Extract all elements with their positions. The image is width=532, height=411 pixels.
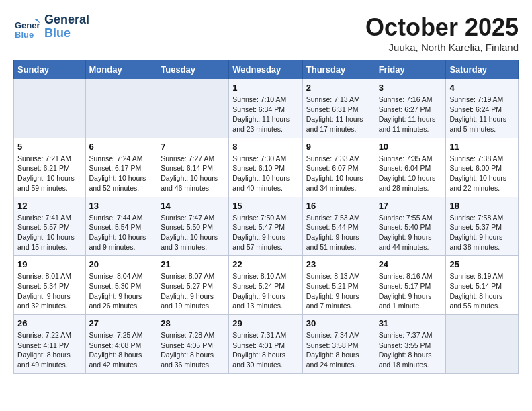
day-info: Sunrise: 7:41 AM Sunset: 5:57 PM Dayligh…: [17, 213, 82, 253]
day-info: Sunrise: 7:25 AM Sunset: 4:08 PM Dayligh…: [89, 330, 154, 370]
day-info: Sunrise: 7:27 AM Sunset: 6:14 PM Dayligh…: [161, 154, 225, 193]
day-number: 20: [89, 259, 154, 269]
day-number: 31: [379, 318, 443, 328]
day-number: 26: [17, 318, 82, 328]
day-number: 13: [89, 201, 154, 211]
calendar-cell: 5Sunrise: 7:21 AM Sunset: 6:21 PM Daylig…: [14, 138, 86, 197]
day-number: 4: [449, 83, 515, 93]
svg-text:General: General: [15, 20, 40, 30]
calendar-cell: 6Sunrise: 7:24 AM Sunset: 6:17 PM Daylig…: [85, 138, 157, 197]
day-info: Sunrise: 7:34 AM Sunset: 3:58 PM Dayligh…: [306, 330, 371, 370]
calendar-cell: 23Sunrise: 8:13 AM Sunset: 5:21 PM Dayli…: [302, 256, 375, 315]
calendar-cell: 8Sunrise: 7:30 AM Sunset: 6:10 PM Daylig…: [229, 138, 302, 197]
weekday-header-wednesday: Wednesday: [229, 60, 302, 79]
day-number: 14: [161, 201, 225, 211]
day-info: Sunrise: 8:13 AM Sunset: 5:21 PM Dayligh…: [306, 271, 371, 311]
svg-text:Blue: Blue: [15, 30, 34, 40]
calendar-cell: 30Sunrise: 7:34 AM Sunset: 3:58 PM Dayli…: [302, 315, 375, 374]
calendar-cell: 27Sunrise: 7:25 AM Sunset: 4:08 PM Dayli…: [85, 315, 157, 374]
day-info: Sunrise: 8:16 AM Sunset: 5:17 PM Dayligh…: [379, 271, 443, 311]
day-info: Sunrise: 7:19 AM Sunset: 6:24 PM Dayligh…: [449, 95, 515, 134]
day-info: Sunrise: 7:30 AM Sunset: 6:10 PM Dayligh…: [232, 154, 298, 193]
calendar-cell: 18Sunrise: 7:58 AM Sunset: 5:37 PM Dayli…: [446, 197, 519, 256]
day-info: Sunrise: 7:37 AM Sunset: 3:55 PM Dayligh…: [379, 330, 443, 370]
calendar-cell: 29Sunrise: 7:31 AM Sunset: 4:01 PM Dayli…: [229, 315, 302, 374]
calendar-cell: 22Sunrise: 8:10 AM Sunset: 5:24 PM Dayli…: [229, 256, 302, 315]
day-number: 19: [17, 259, 82, 269]
day-number: 30: [306, 318, 371, 328]
weekday-header-sunday: Sunday: [14, 60, 86, 79]
day-number: 29: [232, 318, 298, 328]
day-info: Sunrise: 7:16 AM Sunset: 6:27 PM Dayligh…: [379, 95, 443, 134]
calendar-cell: 2Sunrise: 7:13 AM Sunset: 6:31 PM Daylig…: [302, 79, 375, 138]
day-info: Sunrise: 8:07 AM Sunset: 5:27 PM Dayligh…: [161, 271, 225, 311]
calendar-table: SundayMondayTuesdayWednesdayThursdayFrid…: [13, 60, 519, 374]
day-number: 9: [306, 142, 371, 152]
day-info: Sunrise: 7:53 AM Sunset: 5:44 PM Dayligh…: [306, 213, 371, 253]
day-info: Sunrise: 7:58 AM Sunset: 5:37 PM Dayligh…: [449, 213, 515, 253]
day-number: 2: [306, 83, 371, 93]
day-info: Sunrise: 7:47 AM Sunset: 5:50 PM Dayligh…: [161, 213, 225, 253]
calendar-cell: 28Sunrise: 7:28 AM Sunset: 4:05 PM Dayli…: [157, 315, 229, 374]
calendar-cell: [85, 79, 157, 138]
day-info: Sunrise: 7:10 AM Sunset: 6:34 PM Dayligh…: [232, 95, 298, 134]
day-info: Sunrise: 8:10 AM Sunset: 5:24 PM Dayligh…: [232, 271, 298, 311]
calendar-cell: 26Sunrise: 7:22 AM Sunset: 4:11 PM Dayli…: [14, 315, 86, 374]
calendar-cell: 11Sunrise: 7:38 AM Sunset: 6:00 PM Dayli…: [446, 138, 519, 197]
calendar-week-3: 19Sunrise: 8:01 AM Sunset: 5:34 PM Dayli…: [14, 256, 519, 315]
day-number: 10: [379, 142, 443, 152]
day-number: 23: [306, 259, 371, 269]
day-info: Sunrise: 7:28 AM Sunset: 4:05 PM Dayligh…: [161, 330, 225, 370]
day-info: Sunrise: 7:24 AM Sunset: 6:17 PM Dayligh…: [89, 154, 154, 193]
month-title: October 2025: [365, 13, 519, 42]
day-info: Sunrise: 7:44 AM Sunset: 5:54 PM Dayligh…: [89, 213, 154, 253]
page-header: General Blue General Blue October 2025 J…: [13, 13, 519, 53]
day-number: 15: [232, 201, 298, 211]
day-number: 1: [232, 83, 298, 93]
calendar-cell: 14Sunrise: 7:47 AM Sunset: 5:50 PM Dayli…: [157, 197, 229, 256]
calendar-body: 1Sunrise: 7:10 AM Sunset: 6:34 PM Daylig…: [14, 79, 519, 374]
day-info: Sunrise: 7:21 AM Sunset: 6:21 PM Dayligh…: [17, 154, 82, 193]
day-number: 3: [379, 83, 443, 93]
logo: General Blue General Blue: [13, 13, 89, 40]
calendar-header-row: SundayMondayTuesdayWednesdayThursdayFrid…: [14, 60, 519, 79]
day-number: 18: [449, 201, 515, 211]
day-info: Sunrise: 7:33 AM Sunset: 6:07 PM Dayligh…: [306, 154, 371, 193]
calendar-cell: 19Sunrise: 8:01 AM Sunset: 5:34 PM Dayli…: [14, 256, 86, 315]
calendar-cell: 20Sunrise: 8:04 AM Sunset: 5:30 PM Dayli…: [85, 256, 157, 315]
day-info: Sunrise: 8:01 AM Sunset: 5:34 PM Dayligh…: [17, 271, 82, 311]
day-info: Sunrise: 8:19 AM Sunset: 5:14 PM Dayligh…: [449, 271, 515, 311]
calendar-cell: 25Sunrise: 8:19 AM Sunset: 5:14 PM Dayli…: [446, 256, 519, 315]
calendar-cell: 3Sunrise: 7:16 AM Sunset: 6:27 PM Daylig…: [375, 79, 446, 138]
title-block: October 2025 Juuka, North Karelia, Finla…: [365, 13, 519, 53]
day-number: 5: [17, 142, 82, 152]
day-info: Sunrise: 7:55 AM Sunset: 5:40 PM Dayligh…: [379, 213, 443, 253]
logo-general: General: [44, 13, 89, 27]
day-number: 7: [161, 142, 225, 152]
calendar-cell: 24Sunrise: 8:16 AM Sunset: 5:17 PM Dayli…: [375, 256, 446, 315]
calendar-cell: 10Sunrise: 7:35 AM Sunset: 6:04 PM Dayli…: [375, 138, 446, 197]
calendar-cell: [157, 79, 229, 138]
weekday-header-saturday: Saturday: [446, 60, 519, 79]
location: Juuka, North Karelia, Finland: [365, 42, 519, 53]
day-number: 11: [449, 142, 515, 152]
weekday-header-thursday: Thursday: [302, 60, 375, 79]
day-number: 6: [89, 142, 154, 152]
calendar-cell: 17Sunrise: 7:55 AM Sunset: 5:40 PM Dayli…: [375, 197, 446, 256]
day-info: Sunrise: 7:35 AM Sunset: 6:04 PM Dayligh…: [379, 154, 443, 193]
day-number: 27: [89, 318, 154, 328]
calendar-week-0: 1Sunrise: 7:10 AM Sunset: 6:34 PM Daylig…: [14, 79, 519, 138]
calendar-cell: 16Sunrise: 7:53 AM Sunset: 5:44 PM Dayli…: [302, 197, 375, 256]
weekday-header-friday: Friday: [375, 60, 446, 79]
day-number: 16: [306, 201, 371, 211]
day-number: 22: [232, 259, 298, 269]
day-number: 21: [161, 259, 225, 269]
day-info: Sunrise: 7:13 AM Sunset: 6:31 PM Dayligh…: [306, 95, 371, 134]
calendar-week-2: 12Sunrise: 7:41 AM Sunset: 5:57 PM Dayli…: [14, 197, 519, 256]
calendar-week-1: 5Sunrise: 7:21 AM Sunset: 6:21 PM Daylig…: [14, 138, 519, 197]
calendar-cell: 1Sunrise: 7:10 AM Sunset: 6:34 PM Daylig…: [229, 79, 302, 138]
day-number: 28: [161, 318, 225, 328]
day-info: Sunrise: 7:22 AM Sunset: 4:11 PM Dayligh…: [17, 330, 82, 370]
day-info: Sunrise: 8:04 AM Sunset: 5:30 PM Dayligh…: [89, 271, 154, 311]
calendar-cell: 7Sunrise: 7:27 AM Sunset: 6:14 PM Daylig…: [157, 138, 229, 197]
